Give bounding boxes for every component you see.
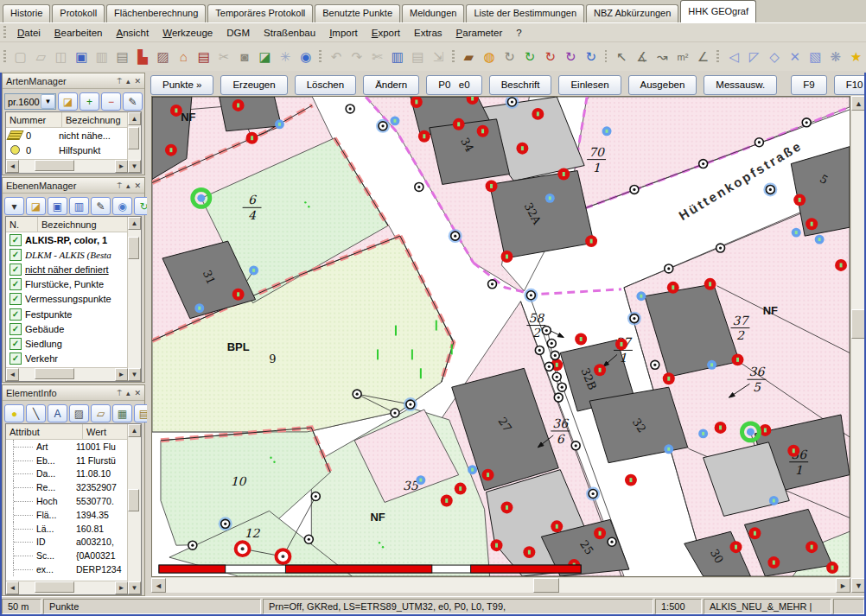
menu-import[interactable]: Import	[322, 26, 365, 40]
dropdown-icon[interactable]: ▾	[4, 197, 24, 215]
grid-hscrollbar[interactable]: ◄►	[6, 581, 128, 594]
home-icon[interactable]: ⌂	[174, 47, 193, 67]
pdf-export-icon[interactable]: ▙	[133, 47, 152, 67]
image-info-icon[interactable]: ▦	[112, 404, 132, 422]
paste-icon[interactable]: ▤	[409, 47, 428, 67]
camera-icon[interactable]: ◙	[235, 47, 254, 67]
column-bezeichnung[interactable]: Bezeichnung	[38, 217, 128, 232]
scroll-up-icon[interactable]: ▲	[128, 112, 141, 125]
new-icon[interactable]: ▢	[11, 47, 30, 67]
pin-icon[interactable]: ⍑	[118, 181, 122, 190]
measure-angle-icon[interactable]: ∠	[694, 47, 713, 67]
hatch-info-icon[interactable]: ▨	[69, 404, 89, 422]
copy-pages-icon[interactable]: ▨	[154, 47, 173, 67]
close-icon[interactable]: ✕	[134, 77, 141, 86]
scroll-down-icon[interactable]: ▼	[128, 581, 141, 594]
layer-visibility-checkbox[interactable]: ✓	[10, 278, 22, 290]
attribute-row[interactable]: Lä...160.81	[6, 522, 128, 536]
attribute-row[interactable]: Eb...11 Flurstü	[6, 454, 128, 467]
hscroll-thumb[interactable]	[35, 160, 74, 171]
area-info-icon[interactable]: ▱	[91, 404, 111, 422]
tab-historie[interactable]: Historie	[3, 4, 50, 22]
add-book-icon[interactable]: +	[80, 92, 99, 111]
close-icon[interactable]: ✕	[134, 181, 141, 190]
vscroll-thumb[interactable]	[128, 127, 139, 149]
measure-point-icon[interactable]: ↖	[612, 47, 631, 67]
print-icon[interactable]: ▤	[113, 47, 132, 67]
grid-vscrollbar[interactable]: ▲▼	[127, 112, 141, 173]
layer-visibility-checkbox[interactable]: ✓	[10, 234, 22, 246]
paintbrush-icon[interactable]: ▰	[460, 47, 479, 67]
pointer-globe-icon[interactable]: ◉	[296, 47, 315, 67]
scroll-right-icon[interactable]: ►	[115, 368, 128, 381]
measure-area-icon[interactable]: m²	[673, 47, 692, 67]
tab-benutzte-punkte[interactable]: Benutzte Punkte	[315, 4, 400, 22]
attribute-row[interactable]: Sc...{0A00321	[6, 549, 128, 562]
point-info-icon[interactable]: ●	[4, 404, 24, 422]
menu-werkzeuge[interactable]: Werkzeuge	[156, 26, 220, 40]
tab-nbz-abk-rzungen[interactable]: NBZ Abkürzungen	[586, 4, 678, 22]
map-button-ausgeben[interactable]: Ausgeben	[628, 75, 697, 95]
attribute-row[interactable]: Flä...1394.35	[6, 508, 128, 522]
layer-visibility-checkbox[interactable]: ✓	[10, 352, 22, 365]
open-layers-icon[interactable]: ◪	[26, 197, 46, 215]
map-button-messausw-[interactable]: Messausw.	[704, 75, 777, 95]
select-shape-icon[interactable]: ◇	[765, 47, 784, 67]
layer-row[interactable]: ✓nicht näher definiert	[6, 262, 128, 276]
layer-row[interactable]: ✓Siedlung	[6, 336, 128, 351]
scroll-up-icon[interactable]: ▲	[128, 424, 141, 437]
refresh-remove-icon[interactable]: ↻	[541, 47, 560, 67]
undo-icon[interactable]: ↶	[327, 47, 346, 67]
menu-bearbeiten[interactable]: Bearbeiten	[48, 26, 110, 40]
snap-icon[interactable]: ❋	[826, 47, 845, 67]
copy-layers-icon[interactable]: ▥	[69, 197, 89, 215]
measure-line-icon[interactable]: ∡	[633, 47, 652, 67]
map-button-punkte-»[interactable]: Punkte »	[150, 75, 213, 95]
collapse-icon[interactable]: ▴	[126, 181, 131, 190]
scroll-left-icon[interactable]: ◄	[6, 160, 19, 173]
scroll-left-icon[interactable]: ◄	[151, 578, 166, 593]
scroll-down-icon[interactable]: ▼	[128, 160, 141, 173]
hscroll-thumb[interactable]	[533, 578, 559, 593]
refresh-add-icon[interactable]: ↻	[520, 47, 539, 67]
layer-row[interactable]: ✓Festpunkte	[6, 307, 128, 321]
edit-icon[interactable]: ✎	[123, 92, 143, 111]
attribute-row[interactable]: Hoch5530770.	[6, 494, 128, 508]
scroll-left-icon[interactable]: ◄	[6, 368, 19, 381]
collapse-icon[interactable]: ▴	[126, 389, 131, 397]
layer-visibility-checkbox[interactable]: ✓	[10, 249, 22, 261]
pin-icon[interactable]: ⍑	[118, 389, 122, 397]
column-attribut[interactable]: Attribut	[6, 424, 83, 439]
layer-row[interactable]: ✓Gebäude	[6, 321, 128, 336]
paste-link-icon[interactable]: ⇲	[429, 47, 448, 67]
layer-row[interactable]: ✓ALKIS-RP, color, 1	[6, 232, 128, 247]
menu-parameter[interactable]: Parameter	[449, 26, 510, 40]
select-rect-icon[interactable]: ▧	[806, 47, 825, 67]
tab-protokoll[interactable]: Protokoll	[52, 4, 105, 22]
hscroll-thumb[interactable]	[35, 368, 74, 379]
layer-row[interactable]: ✓Flurstücke, Punkte	[6, 277, 128, 292]
zoom-preview-icon[interactable]: ◍	[480, 47, 499, 67]
layer-row[interactable]: ✓Vermessungspunkte	[6, 292, 128, 307]
map-button--ndern[interactable]: Ändern	[363, 75, 419, 95]
arten-combo[interactable]: pr.1600 ▼	[4, 93, 56, 110]
hscroll-thumb[interactable]	[35, 581, 74, 593]
attribute-row[interactable]: ex...DERP1234	[6, 562, 128, 576]
chart-icon[interactable]: ◪	[256, 47, 275, 67]
menu-extras[interactable]: Extras	[407, 26, 449, 40]
refresh-icon[interactable]: ↻	[500, 47, 519, 67]
menu-datei[interactable]: Datei	[10, 26, 48, 40]
column-n[interactable]: N.	[6, 217, 38, 232]
map-button-p0-e0[interactable]: P0 e0	[426, 75, 481, 95]
select-lasso-icon[interactable]: ◁	[724, 47, 743, 67]
favorites-icon[interactable]: ★	[847, 47, 866, 67]
attribute-row[interactable]: Art11001 Flu	[6, 440, 128, 454]
layer-row[interactable]: ✓DLKM - ALKIS (Besta	[6, 247, 128, 262]
layer-visibility-checkbox[interactable]: ✓	[10, 323, 22, 335]
tab-meldungen[interactable]: Meldungen	[402, 4, 464, 22]
map-button-f9[interactable]: F9	[791, 75, 826, 95]
tab-tempor-res-protokoll[interactable]: Temporäres Protokoll	[207, 4, 313, 22]
map-button-beschrift[interactable]: Beschrift	[489, 75, 552, 95]
collapse-icon[interactable]: ▴	[126, 77, 131, 86]
menu-stra-enbau[interactable]: Straßenbau	[257, 26, 322, 40]
